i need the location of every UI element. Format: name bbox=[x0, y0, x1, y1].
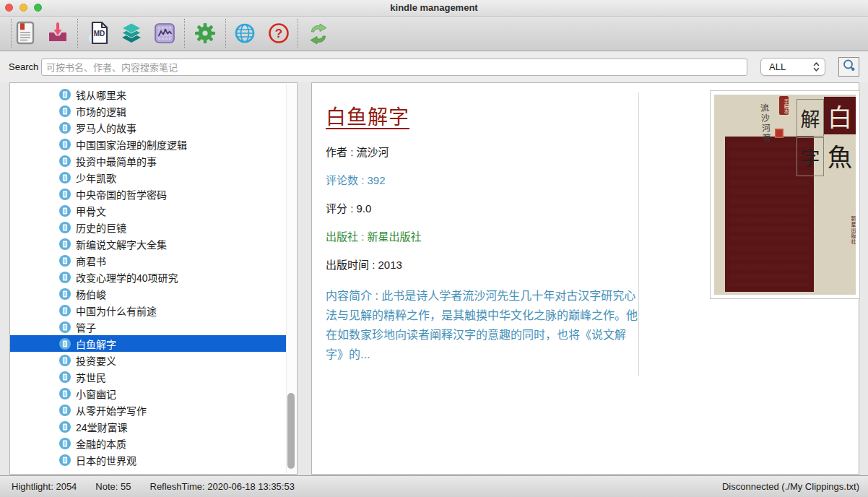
note-doc-icon bbox=[59, 454, 71, 466]
status-right: Disconnected (./My Clippings.txt) bbox=[722, 476, 859, 497]
status-bar: Hightlight: 2054 Note: 55 RefleshTime: 2… bbox=[0, 475, 868, 497]
list-item-label: 甲骨文 bbox=[76, 204, 106, 218]
list-item[interactable]: 苏世民 bbox=[10, 368, 287, 385]
note-doc-icon bbox=[59, 139, 71, 150]
list-item-label: 24堂财富课 bbox=[76, 420, 128, 434]
book-comment-count: 评论数 : 392 bbox=[326, 173, 641, 188]
list-scrollbar[interactable] bbox=[286, 84, 296, 473]
list-item[interactable]: 新编说文解字大全集 bbox=[10, 235, 287, 252]
toolbar-separator bbox=[298, 19, 298, 48]
list-item[interactable]: 中国为什么有前途 bbox=[10, 302, 287, 319]
book-list-panel: 钱从哪里来市场的逻辑罗马人的故事中国国家治理的制度逻辑投资中最简单的事少年凯歌中… bbox=[9, 82, 298, 475]
status-highlight-count: Hightlight: 2054 bbox=[12, 481, 77, 492]
kindle-notes-icon bbox=[14, 21, 36, 46]
search-input[interactable] bbox=[41, 59, 747, 76]
list-item[interactable]: 改变心理学的40项研究 bbox=[10, 269, 287, 285]
toolbar-separator bbox=[184, 19, 185, 48]
svg-text:MD: MD bbox=[94, 30, 105, 38]
book-title-link[interactable]: 白鱼解字 bbox=[326, 103, 409, 132]
book-cover-art: 白 魚 解 字 手稿本 流沙河著 新星出版社 bbox=[714, 95, 856, 295]
book-stack-button[interactable] bbox=[119, 20, 144, 46]
list-item[interactable]: 从零开始学写作 bbox=[10, 402, 287, 418]
note-doc-icon bbox=[59, 205, 71, 217]
detail-divider bbox=[638, 92, 639, 376]
filter-dropdown-value: ALL bbox=[769, 61, 813, 72]
list-item[interactable]: 中国国家治理的制度逻辑 bbox=[10, 136, 287, 152]
list-item[interactable]: 24堂财富课 bbox=[10, 418, 287, 435]
note-doc-icon bbox=[59, 388, 71, 399]
app-window: kindle management bbox=[0, 0, 868, 497]
list-item[interactable]: 甲骨文 bbox=[10, 202, 287, 219]
titlebar: kindle management bbox=[0, 0, 868, 17]
list-item[interactable]: 商君书 bbox=[10, 252, 287, 269]
filter-dropdown[interactable]: ALL bbox=[760, 58, 825, 76]
cover-char-jie: 解 bbox=[797, 99, 824, 137]
help-button[interactable]: ? bbox=[266, 20, 291, 46]
kindle-notes-button[interactable] bbox=[13, 20, 38, 46]
chart-waveform-icon bbox=[153, 22, 176, 45]
book-publisher: 出版社 : 新星出版社 bbox=[326, 230, 641, 244]
note-doc-icon bbox=[59, 371, 71, 383]
list-item-label: 中国为什么有前途 bbox=[76, 303, 157, 318]
list-item[interactable]: 钱从哪里来 bbox=[10, 86, 287, 103]
book-author: 作者 : 流沙河 bbox=[326, 145, 641, 160]
cover-char-bai: 白 bbox=[824, 97, 856, 134]
list-scrollbar-thumb[interactable] bbox=[287, 393, 295, 469]
note-doc-icon bbox=[59, 338, 71, 350]
list-item[interactable]: 罗马人的故事 bbox=[10, 119, 287, 136]
status-refresh-time: RefleshTime: 2020-06-18 13:35:53 bbox=[150, 481, 295, 492]
list-item-label: 苏世民 bbox=[76, 370, 106, 384]
search-button[interactable] bbox=[838, 57, 859, 77]
list-item-label: 改变心理学的40项研究 bbox=[76, 270, 178, 285]
toolbar-separator bbox=[225, 19, 226, 48]
markdown-export-button[interactable]: MD bbox=[87, 20, 111, 46]
list-item[interactable]: 白鱼解字 bbox=[10, 335, 287, 352]
list-item-label: 白鱼解字 bbox=[76, 337, 116, 351]
note-doc-icon bbox=[59, 122, 71, 134]
note-doc-icon bbox=[59, 89, 71, 100]
cover-edition-label: 手稿本 bbox=[779, 96, 789, 115]
window-title: kindle management bbox=[0, 0, 868, 16]
note-doc-icon bbox=[59, 238, 71, 250]
status-connection: Disconnected (./My Clippings.txt) bbox=[722, 481, 859, 492]
list-item[interactable]: 小窗幽记 bbox=[10, 385, 287, 402]
search-bar: Search ALL bbox=[0, 51, 868, 83]
globe-icon bbox=[233, 22, 256, 45]
note-doc-icon bbox=[59, 421, 71, 433]
note-doc-icon bbox=[59, 288, 71, 300]
cover-char-yu: 魚 bbox=[824, 136, 856, 175]
list-item[interactable]: 中央帝国的哲学密码 bbox=[10, 186, 287, 202]
book-description: 内容简介 : 此书是诗人学者流沙河先生几十年对古汉字研究心法与见解的精粹之作，是… bbox=[326, 286, 641, 364]
note-doc-icon bbox=[59, 405, 71, 416]
refresh-sync-icon bbox=[306, 22, 331, 45]
list-item-label: 从零开始学写作 bbox=[76, 403, 147, 418]
magnifier-icon bbox=[842, 59, 856, 75]
import-clippings-button[interactable] bbox=[45, 20, 70, 46]
toolbar-separator bbox=[77, 19, 78, 48]
cover-red-seal bbox=[775, 129, 784, 138]
list-item[interactable]: 历史的巨镜 bbox=[10, 219, 287, 235]
list-item[interactable]: 杨伯峻 bbox=[10, 285, 287, 302]
list-item[interactable]: 金融的本质 bbox=[10, 435, 287, 451]
list-item[interactable]: 投资要义 bbox=[10, 352, 287, 368]
list-item[interactable]: 市场的逻辑 bbox=[10, 103, 287, 119]
list-item-label: 投资中最简单的事 bbox=[76, 154, 157, 168]
list-item-label: 历史的巨镜 bbox=[76, 220, 126, 235]
statistics-button[interactable] bbox=[152, 20, 177, 46]
note-doc-icon bbox=[59, 255, 71, 267]
list-item-label: 钱从哪里来 bbox=[76, 87, 126, 102]
markdown-file-icon: MD bbox=[88, 21, 110, 46]
book-rating: 评分 : 9.0 bbox=[326, 202, 641, 216]
list-item-label: 新编说文解字大全集 bbox=[76, 237, 167, 251]
settings-button[interactable] bbox=[193, 20, 217, 46]
cover-author-signature: 流沙河著 bbox=[758, 103, 773, 144]
website-button[interactable] bbox=[233, 20, 257, 46]
list-item[interactable]: 投资中最简单的事 bbox=[10, 152, 287, 169]
list-item[interactable]: 管子 bbox=[10, 319, 287, 335]
refresh-button[interactable] bbox=[306, 20, 331, 46]
note-doc-icon bbox=[59, 172, 71, 183]
book-detail: 白鱼解字 作者 : 流沙河 评论数 : 392 评分 : 9.0 出版社 : 新… bbox=[326, 103, 641, 364]
list-item[interactable]: 日本的世界观 bbox=[10, 451, 287, 468]
list-item-label: 罗马人的故事 bbox=[76, 121, 136, 135]
list-item[interactable]: 少年凯歌 bbox=[10, 169, 287, 186]
